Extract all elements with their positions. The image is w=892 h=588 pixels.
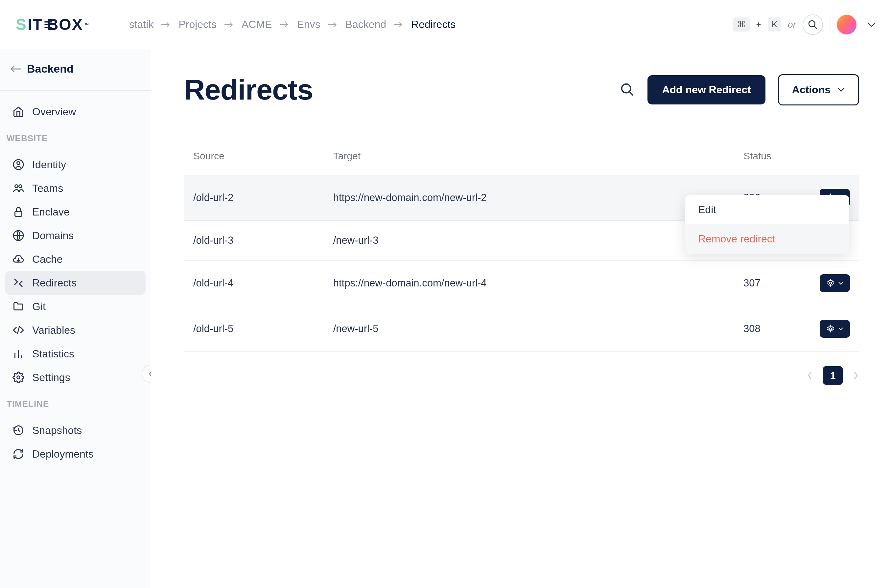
svg-rect-12 [15,212,22,216]
nav-label: Identity [32,159,66,171]
page-title: Redirects [184,73,313,106]
logo-text-it: IT [28,15,43,33]
arrow-right-icon [224,21,234,28]
nav-label: Statistics [32,348,74,360]
nav-section-timeline: TIMELINE [5,389,146,418]
logo-text-box: BOX [47,15,83,33]
nav-settings[interactable]: Settings [5,366,146,389]
sidebar: Backend Overview WEBSITE Identity Teams [0,49,151,588]
search-icon[interactable] [620,82,635,97]
breadcrumb-item-envs[interactable]: Envs [297,18,320,30]
svg-point-11 [19,185,22,188]
dropdown-remove[interactable]: Remove redirect [685,224,849,254]
cell-status: 307 [734,261,800,306]
nav-teams[interactable]: Teams [5,176,146,200]
k-key-hint: K [768,17,781,32]
breadcrumb-item-projects[interactable]: Projects [179,18,216,30]
logo-text-e: ≡ [44,15,47,33]
svg-point-5 [809,21,815,27]
history-icon [12,424,25,437]
arrow-right-icon [394,21,403,28]
svg-point-24 [830,282,832,285]
logo-text-s: S [16,15,27,33]
cloud-download-icon [12,253,25,266]
cell-source: /old-url-4 [184,261,324,306]
nav-label: Overview [32,106,76,118]
cell-source: /old-url-5 [184,306,324,352]
or-text: or [788,20,796,30]
nav-variables[interactable]: Variables [5,318,146,342]
nav-domains[interactable]: Domains [5,224,146,248]
nav-cache[interactable]: Cache [5,248,146,271]
nav-deployments[interactable]: Deployments [5,442,146,466]
bar-chart-icon [12,347,25,360]
table-row[interactable]: /old-url-5 /new-url-5 308 [184,306,859,352]
dropdown-edit[interactable]: Edit [685,195,849,224]
actions-button[interactable]: Actions [778,74,859,105]
globe-icon [12,229,25,242]
user-circle-icon [12,158,25,171]
nav-overview[interactable]: Overview [5,100,146,123]
lock-icon [12,205,25,219]
page-number-current[interactable]: 1 [823,366,843,385]
nav-identity[interactable]: Identity [5,153,146,176]
chevron-down-icon[interactable] [867,22,876,28]
breadcrumb-item-redirects[interactable]: Redirects [411,18,455,30]
plus-sign: + [756,20,761,30]
nav-enclave[interactable]: Enclave [5,200,146,224]
nav-snapshots[interactable]: Snapshots [5,418,146,442]
nav-label: Deployments [32,448,94,460]
row-action-button[interactable] [820,274,850,292]
nav-label: Domains [32,230,74,242]
nav-label: Snapshots [32,424,82,436]
logo-tm: ™ [84,22,90,27]
nav-statistics[interactable]: Statistics [5,342,146,366]
chevron-down-icon [838,281,843,285]
cell-target: https://new-domain.com/new-url-2 [324,175,734,221]
svg-line-6 [814,26,817,28]
table-row[interactable]: /old-url-4 https://new-domain.com/new-ur… [184,261,859,306]
users-icon [12,182,25,195]
nav-section-website: WEBSITE [5,123,146,153]
nav-label: Enclave [32,206,70,218]
header-divider [830,16,830,33]
col-status: Status [734,142,800,175]
nav-label: Cache [32,253,63,266]
nav-redirects[interactable]: Redirects [5,271,146,295]
nav-label: Git [32,301,46,313]
col-actions [800,142,859,175]
top-header: SIT≡BOX™ statik Projects ACME Envs Backe… [0,0,892,49]
breadcrumb-item-statik[interactable]: statik [129,18,154,30]
refresh-icon [12,447,25,460]
col-source: Source [184,142,324,175]
col-target: Target [324,142,734,175]
cell-source: /old-url-3 [184,221,324,261]
chevron-right-icon[interactable] [853,371,859,380]
home-icon [12,105,25,118]
redirect-icon [12,276,25,290]
row-action-button[interactable] [820,320,850,338]
sidebar-back[interactable]: Backend [0,49,151,91]
search-button[interactable] [803,15,823,35]
svg-point-21 [622,84,631,93]
cell-source: /old-url-2 [184,175,324,221]
logo[interactable]: SIT≡BOX™ [16,15,90,33]
chevron-left-icon[interactable] [806,371,813,380]
breadcrumb-item-backend[interactable]: Backend [345,18,386,30]
nav-git[interactable]: Git [5,295,146,318]
nav-label: Teams [32,182,63,195]
nav-label: Redirects [32,277,77,289]
svg-point-9 [17,162,20,165]
search-icon [808,20,818,30]
add-redirect-button[interactable]: Add new Redirect [647,75,765,105]
actions-button-label: Actions [792,84,830,96]
breadcrumb-item-acme[interactable]: ACME [242,18,272,30]
main-content: Redirects Add new Redirect Actions Sourc… [151,49,892,588]
gear-icon [826,324,835,333]
avatar[interactable] [837,15,856,34]
nav-label: Variables [32,324,75,336]
cell-target: /new-url-3 [324,221,734,261]
cmd-key-hint: ⌘ [733,17,750,32]
cell-target: https://new-domain.com/new-url-4 [324,261,734,306]
arrow-right-icon [161,21,171,28]
